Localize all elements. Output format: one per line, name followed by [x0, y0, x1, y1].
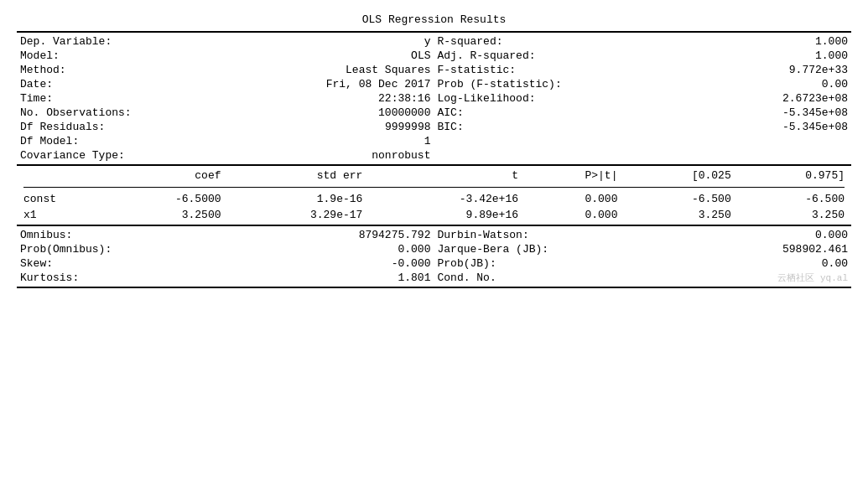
info-left-value: y: [200, 34, 434, 49]
separator-coef-top: [17, 164, 851, 166]
info-left-label: Model:: [17, 49, 200, 63]
info-right-label: F-statistic:: [434, 63, 617, 77]
coef-cell: 1.9e-16: [228, 191, 370, 207]
info-left-label: Time:: [17, 91, 200, 106]
coef-cell: 0.000: [525, 207, 624, 223]
coef-table: coefstd errtP>|t|[0.0250.975] const-6.50…: [17, 168, 851, 223]
info-right-label: Adj. R-squared:: [434, 49, 617, 63]
info-left-value: nonrobust: [200, 148, 434, 163]
separator-diag-top: [17, 225, 851, 226]
info-left-value: OLS: [200, 49, 434, 63]
coef-cell: 0.000: [525, 191, 624, 207]
info-right-label: Prob (F-statistic):: [434, 77, 617, 91]
info-left-value: 1: [200, 134, 434, 148]
diag-left-label: Skew:: [17, 256, 200, 271]
coef-row: const-6.50001.9e-16-3.42e+160.000-6.500-…: [17, 191, 851, 207]
coef-cell: 3.2500: [101, 207, 228, 223]
diag-left-label: Omnibus:: [17, 228, 200, 242]
separator-coef-header: [23, 187, 845, 188]
coef-cell: 3.29e-17: [228, 207, 370, 223]
info-left-value: 9999998: [200, 120, 434, 134]
diag-right-label: Durbin-Watson:: [434, 228, 617, 242]
diag-left-value: -0.000: [200, 256, 434, 271]
info-left-label: Method:: [17, 63, 200, 77]
info-right-label: AIC:: [434, 106, 617, 120]
info-right-value: -5.345e+08: [617, 120, 851, 134]
coef-cell: -6.5000: [101, 191, 228, 207]
coef-header-cell: [17, 168, 101, 184]
coef-header-cell: 0.975]: [738, 168, 851, 184]
info-left-label: Df Residuals:: [17, 120, 200, 134]
info-left-label: No. Observations:: [17, 106, 200, 120]
info-right-value: 9.772e+33: [617, 63, 851, 77]
coef-header-cell: coef: [101, 168, 228, 184]
coef-cell: const: [17, 191, 101, 207]
report-title: OLS Regression Results: [17, 8, 851, 29]
info-right-label: [434, 134, 617, 148]
info-left-value: Fri, 08 Dec 2017: [200, 77, 434, 91]
coef-header-cell: P>|t|: [525, 168, 624, 184]
info-table: Dep. Variable:yR-squared:1.000Model:OLSA…: [17, 34, 851, 163]
diag-left-label: Kurtosis:: [17, 271, 200, 285]
info-right-value: 2.6723e+08: [617, 91, 851, 106]
coef-cell: 9.89e+16: [369, 207, 525, 223]
info-left-label: Df Model:: [17, 134, 200, 148]
coef-cell: x1: [17, 207, 101, 223]
info-right-value: [617, 148, 851, 163]
info-right-label: Log-Likelihood:: [434, 91, 617, 106]
coef-header-cell: [0.025: [624, 168, 737, 184]
diagnostics-table: Omnibus:8794275.792Durbin-Watson:0.000Pr…: [17, 228, 851, 285]
coef-header-cell: t: [369, 168, 525, 184]
coef-row: x13.25003.29e-179.89e+160.0003.2503.250: [17, 207, 851, 223]
info-right-value: 1.000: [617, 49, 851, 63]
diag-right-label: Prob(JB):: [434, 256, 617, 271]
diag-right-value: 云栖社区 yq.al: [617, 271, 851, 285]
info-right-label: [434, 148, 617, 163]
diag-left-value: 1.801: [200, 271, 434, 285]
coef-cell: 3.250: [738, 207, 851, 223]
info-right-value: 0.00: [617, 77, 851, 91]
coef-cell: -6.500: [738, 191, 851, 207]
coef-cell: -3.42e+16: [369, 191, 525, 207]
diag-left-value: 0.000: [200, 242, 434, 256]
coef-cell: -6.500: [624, 191, 737, 207]
diag-left-label: Prob(Omnibus):: [17, 242, 200, 256]
diag-right-value: 0.00: [617, 256, 851, 271]
separator-top-double: [17, 31, 851, 33]
coef-header-cell: std err: [228, 168, 370, 184]
info-right-value: [617, 134, 851, 148]
coef-cell: 3.250: [624, 207, 737, 223]
info-right-value: -5.345e+08: [617, 106, 851, 120]
report-container: OLS Regression Results Dep. Variable:yR-…: [17, 8, 851, 288]
info-left-value: Least Squares: [200, 63, 434, 77]
info-right-value: 1.000: [617, 34, 851, 49]
diag-right-value: 0.000: [617, 228, 851, 242]
separator-bottom: [17, 287, 851, 288]
info-left-value: 10000000: [200, 106, 434, 120]
diag-right-label: Jarque-Bera (JB):: [434, 242, 617, 256]
info-left-value: 22:38:16: [200, 91, 434, 106]
diag-right-label: Cond. No.: [434, 271, 617, 285]
info-left-label: Covariance Type:: [17, 148, 200, 163]
diag-left-value: 8794275.792: [200, 228, 434, 242]
diag-right-value: 598902.461: [617, 242, 851, 256]
info-right-label: BIC:: [434, 120, 617, 134]
info-left-label: Dep. Variable:: [17, 34, 200, 49]
info-left-label: Date:: [17, 77, 200, 91]
info-right-label: R-squared:: [434, 34, 617, 49]
watermark-text: 云栖社区 yq.al: [777, 273, 848, 283]
